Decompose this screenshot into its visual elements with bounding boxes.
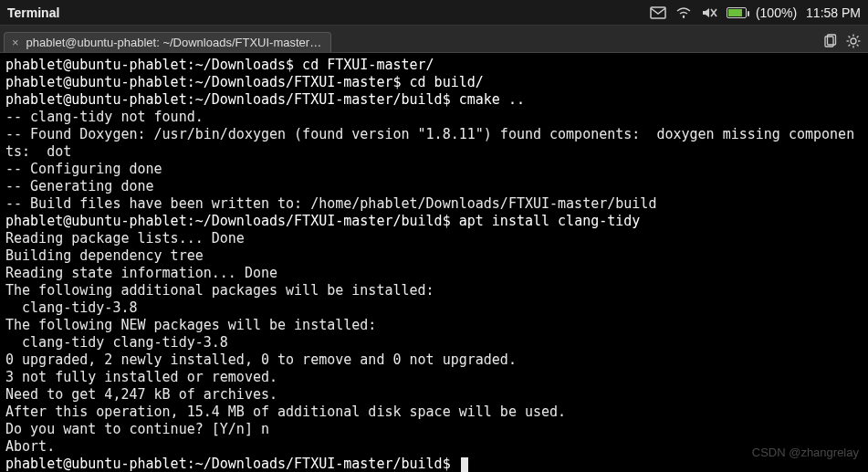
command-text: cmake .. (451, 91, 525, 108)
command-text: cd build/ (401, 74, 483, 90)
svg-rect-0 (651, 7, 665, 18)
tab-title: phablet@ubuntu-phablet: ~/Downloads/FTXU… (26, 36, 322, 49)
gear-icon[interactable] (846, 34, 861, 48)
terminal-line: -- Found Doxygen: /usr/bin/doxygen (foun… (5, 126, 863, 161)
svg-line-11 (849, 37, 851, 38)
prompt: phablet@ubuntu-phablet:~/Downloads/FTXUI… (5, 91, 451, 108)
terminal-line: 3 not fully installed or removed. (5, 369, 863, 386)
terminal-line: Do you want to continue? [Y/n] n (5, 421, 863, 438)
svg-point-1 (683, 15, 685, 16)
close-tab-icon[interactable]: × (12, 36, 19, 49)
terminal-line: clang-tidy-3.8 (5, 299, 863, 317)
svg-line-14 (857, 37, 859, 38)
volume-muted-icon[interactable] (701, 6, 717, 19)
terminal-tab[interactable]: × phablet@ubuntu-phablet: ~/Downloads/FT… (4, 32, 331, 52)
svg-line-13 (849, 45, 851, 47)
prompt: phablet@ubuntu-phablet:~/Downloads/FTXUI… (5, 213, 451, 229)
terminal-output[interactable]: phablet@ubuntu-phablet:~/Downloads$ cd F… (0, 53, 868, 472)
mail-icon[interactable] (650, 6, 666, 19)
terminal-line: Reading package lists... Done (5, 230, 863, 247)
cursor (461, 457, 468, 472)
prompt: phablet@ubuntu-phablet:~/Downloads/FTXUI… (5, 456, 451, 472)
wifi-icon[interactable] (675, 6, 692, 19)
terminal-line: phablet@ubuntu-phablet:~/Downloads/FTXUI… (5, 91, 863, 109)
battery-percent: (100%) (756, 5, 797, 20)
terminal-line: The following additional packages will b… (5, 282, 863, 299)
battery-indicator[interactable] (727, 7, 747, 18)
battery-icon (727, 7, 747, 18)
terminal-line: -- clang-tidy not found. (5, 109, 863, 126)
terminal-line: 0 upgraded, 2 newly installed, 0 to remo… (5, 351, 863, 369)
command-text: apt install clang-tidy (451, 213, 641, 229)
terminal-line: Building dependency tree (5, 247, 863, 265)
terminal-line: clang-tidy clang-tidy-3.8 (5, 334, 863, 351)
terminal-line: -- Build files have been written to: /ho… (5, 195, 863, 213)
terminal-line: phablet@ubuntu-phablet:~/Downloads/FTXUI… (5, 74, 863, 91)
svg-line-12 (857, 45, 859, 47)
terminal-line: Need to get 4,247 kB of archives. (5, 386, 863, 404)
app-title: Terminal (7, 5, 59, 20)
terminal-tabbar: × phablet@ubuntu-phablet: ~/Downloads/FT… (0, 26, 868, 53)
clock: 11:58 PM (806, 5, 861, 20)
terminal-line: Reading state information... Done (5, 265, 863, 282)
prompt: phablet@ubuntu-phablet:~/Downloads$ (5, 57, 294, 73)
copy-icon[interactable] (822, 34, 837, 48)
terminal-line: Abort. (5, 438, 863, 456)
terminal-line: phablet@ubuntu-phablet:~/Downloads/FTXUI… (5, 213, 863, 230)
terminal-line: The following NEW packages will be insta… (5, 317, 863, 334)
terminal-line: After this operation, 15.4 MB of additio… (5, 404, 863, 421)
terminal-line: phablet@ubuntu-phablet:~/Downloads/FTXUI… (5, 456, 863, 472)
terminal-line: -- Configuring done (5, 161, 863, 178)
command-text (451, 456, 459, 472)
prompt: phablet@ubuntu-phablet:~/Downloads/FTXUI… (5, 74, 401, 90)
svg-point-6 (851, 38, 856, 44)
system-menubar: Terminal (100%) 11:58 PM (0, 0, 868, 26)
terminal-line: phablet@ubuntu-phablet:~/Downloads$ cd F… (5, 57, 863, 74)
system-indicators: (100%) 11:58 PM (650, 5, 861, 20)
command-text: cd FTXUI-master/ (294, 57, 434, 73)
terminal-line: -- Generating done (5, 178, 863, 195)
